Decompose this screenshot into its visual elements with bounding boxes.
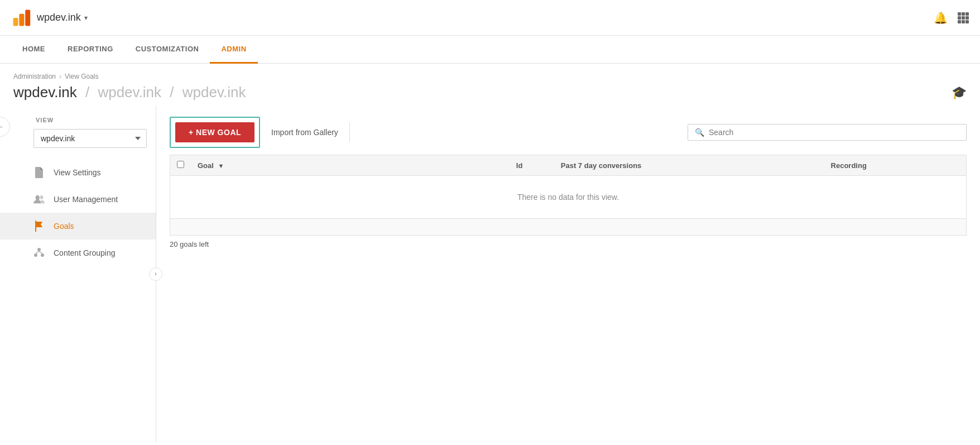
svg-point-17: [41, 253, 44, 257]
sort-arrow-icon[interactable]: ▼: [218, 162, 224, 169]
goals-footer-row: [170, 219, 967, 236]
site-name-text: wpdev.ink: [37, 12, 81, 23]
empty-state-message: There is no data for this view.: [170, 176, 967, 219]
col-header-checkbox: [170, 155, 191, 176]
goals-table-header: Goal ▼ Id Past 7 day conversions Recordi…: [170, 155, 967, 176]
svg-rect-3: [958, 12, 961, 16]
main-layout: ← VIEW wpdev.ink View Settings: [0, 106, 980, 442]
sidebar-item-label-view-settings: View Settings: [54, 168, 101, 177]
notification-button[interactable]: 🔔: [934, 11, 948, 25]
page-title-part1: wpdev.ink: [13, 84, 77, 101]
help-button[interactable]: 🎓: [952, 85, 967, 100]
sidebar-item-label-goals: Goals: [54, 222, 74, 231]
svg-point-12: [36, 195, 40, 200]
back-arrow-icon: ←: [0, 122, 4, 131]
page-title-row: wpdev.ink / wpdev.ink / wpdev.ink 🎓: [13, 84, 967, 101]
svg-rect-11: [965, 20, 969, 23]
svg-rect-8: [965, 16, 969, 20]
nav-tabs: HOME REPORTING CUSTOMIZATION ADMIN: [0, 36, 980, 64]
view-dropdown[interactable]: wpdev.ink: [33, 129, 147, 148]
ga-logo-icon: [11, 8, 31, 28]
new-goal-button[interactable]: + NEW GOAL: [175, 122, 254, 142]
tab-customization[interactable]: CUSTOMIZATION: [124, 36, 210, 64]
goals-left-count: 20 goals left: [170, 240, 967, 248]
svg-rect-0: [13, 18, 18, 26]
goals-toolbar-wrapper: + NEW GOAL Import from Gallery 🔍: [170, 117, 967, 148]
breadcrumb-admin[interactable]: Administration: [13, 73, 56, 80]
apps-button[interactable]: [958, 12, 969, 23]
tab-admin[interactable]: ADMIN: [210, 36, 257, 64]
svg-rect-6: [958, 16, 961, 20]
col-header-id: Id: [510, 155, 554, 176]
sidebar-item-label-user-management: User Management: [54, 195, 118, 204]
tab-home[interactable]: HOME: [11, 36, 56, 64]
site-name-dropdown[interactable]: wpdev.ink ▾: [37, 12, 88, 23]
apps-grid-icon: [958, 12, 969, 23]
empty-state-row: There is no data for this view.: [170, 176, 967, 219]
col-header-conversions: Past 7 day conversions: [554, 155, 824, 176]
content-area: + NEW GOAL Import from Gallery 🔍 Goal: [156, 106, 980, 442]
chevron-right-icon: ›: [155, 271, 156, 277]
top-bar: wpdev.ink ▾ 🔔: [0, 0, 980, 36]
svg-point-16: [34, 253, 37, 257]
document-icon: [33, 167, 45, 178]
page-title-sep2: /: [170, 84, 174, 101]
search-box: 🔍: [688, 124, 967, 141]
svg-line-19: [39, 251, 42, 253]
page-title-sep1: /: [85, 84, 89, 101]
sidebar-item-content-grouping[interactable]: Content Grouping: [0, 240, 156, 266]
svg-rect-2: [25, 9, 30, 26]
sidebar-section-label: VIEW: [22, 117, 156, 129]
svg-line-18: [36, 251, 39, 253]
search-icon: 🔍: [695, 128, 704, 137]
search-input[interactable]: [709, 128, 959, 137]
sidebar-expand-button[interactable]: ›: [149, 267, 162, 281]
page-title-part3: wpdev.ink: [182, 84, 246, 101]
svg-point-13: [40, 195, 43, 199]
sidebar-item-view-settings[interactable]: View Settings: [0, 159, 156, 186]
svg-rect-5: [965, 12, 969, 16]
col-header-goal: Goal ▼: [191, 155, 510, 176]
svg-rect-4: [962, 12, 965, 16]
goals-table-body: There is no data for this view.: [170, 176, 967, 236]
top-bar-right: 🔔: [934, 11, 969, 25]
bell-icon: 🔔: [934, 11, 948, 25]
goals-table: Goal ▼ Id Past 7 day conversions Recordi…: [170, 155, 967, 236]
sidebar-dropdown-row: wpdev.ink: [0, 129, 156, 159]
flag-icon: [33, 221, 45, 232]
breadcrumb-area: Administration › View Goals wpdev.ink / …: [0, 64, 980, 106]
sidebar-item-label-content-grouping: Content Grouping: [54, 248, 116, 257]
breadcrumb-separator: ›: [59, 73, 61, 80]
sidebar-item-goals[interactable]: Goals: [0, 213, 156, 240]
content-grouping-icon: [33, 247, 45, 259]
svg-point-15: [37, 248, 41, 251]
sidebar-item-user-management[interactable]: User Management: [0, 186, 156, 213]
breadcrumb: Administration › View Goals: [13, 73, 967, 80]
select-all-checkbox[interactable]: [177, 161, 184, 168]
chevron-down-icon: ▾: [84, 14, 88, 22]
svg-rect-10: [962, 20, 965, 23]
sidebar: ← VIEW wpdev.ink View Settings: [0, 106, 156, 442]
svg-rect-7: [962, 16, 965, 20]
import-gallery-button[interactable]: Import from Gallery: [260, 122, 350, 142]
page-title: wpdev.ink / wpdev.ink / wpdev.ink: [13, 84, 246, 101]
new-goal-teal-box: + NEW GOAL: [170, 117, 260, 148]
page-title-part2: wpdev.ink: [98, 84, 161, 101]
tab-reporting[interactable]: REPORTING: [56, 36, 124, 64]
top-bar-left: wpdev.ink ▾: [11, 8, 88, 28]
users-icon: [33, 194, 45, 205]
svg-rect-9: [958, 20, 961, 23]
goals-table-footer-row: [170, 219, 967, 236]
svg-rect-1: [19, 13, 24, 26]
col-header-recording: Recording: [824, 155, 967, 176]
breadcrumb-view-goals: View Goals: [65, 73, 98, 80]
